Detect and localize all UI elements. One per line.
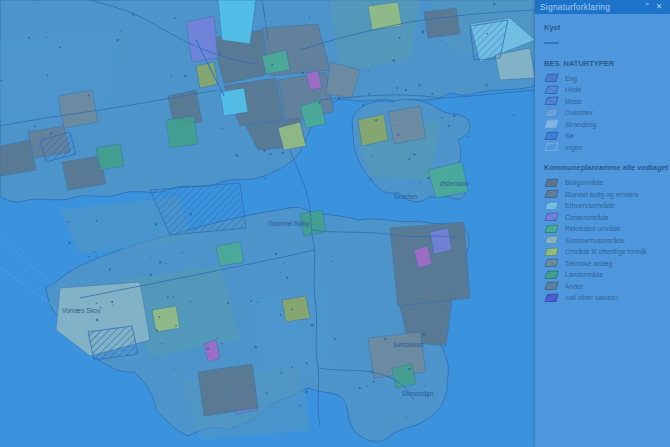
polygon-swatch-icon [544, 235, 560, 245]
legend-item-label: Blandet bolig og erhverv [565, 191, 638, 198]
legend-item: Strandeng [544, 119, 670, 131]
polygon-swatch-icon [544, 85, 560, 95]
chevron-up-icon[interactable]: ⌃ [641, 0, 653, 14]
legend-item-label: Landområde [565, 271, 603, 278]
line-swatch-icon [544, 38, 560, 48]
legend-item-label: Område til offentlige formål [565, 248, 646, 255]
legend-panel-header: Signaturforklaring ⌃ ✕ [535, 0, 670, 14]
legend-item-label: Strandeng [565, 121, 596, 128]
polygon-swatch-icon [544, 189, 560, 199]
polygon-swatch-icon [544, 270, 560, 280]
legend-item: Boligområde [544, 177, 670, 189]
legend-item: Hede [544, 84, 670, 96]
map-place-label: Grasten [394, 193, 418, 200]
legend-sections: KystBES_NATURTYPEREngHedeMoseOverdrevStr… [535, 14, 670, 304]
legend-panel: Signaturforklaring ⌃ ✕ KystBES_NATURTYPE… [535, 0, 670, 447]
map-place-label: Vornæs Skov [62, 307, 101, 314]
close-icon[interactable]: ✕ [653, 0, 665, 14]
polygon-swatch-icon [544, 142, 560, 152]
legend-item-label: Tekniske anlæg [565, 260, 612, 267]
legend-item-label: Overdrev [565, 109, 593, 116]
legend-item: Område til offentlige formål [544, 246, 670, 258]
polygon-swatch-icon [544, 293, 560, 303]
polygon-swatch-icon [544, 131, 560, 141]
legend-item: Centerområde [544, 212, 670, 224]
legend-item-label: Hede [565, 86, 581, 93]
legend-item: Mose [544, 96, 670, 108]
map-place-label: Østerskov [440, 180, 470, 187]
legend-item: Rekreativt område [544, 223, 670, 235]
legend-item-label: Boligområde [565, 179, 603, 186]
legend-item: Blandet bolig og erhverv [544, 189, 670, 201]
polygon-swatch-icon [544, 212, 560, 222]
legend-item: Landområde [544, 269, 670, 281]
legend-item: Andet [544, 281, 670, 293]
legend-item-label: <all other values> [565, 294, 619, 301]
map-svg: GrastenØsterskovGammel NybyVornæs SkovSø… [0, 0, 535, 447]
legend-item-label: Sø [565, 132, 574, 139]
map-place-label: Stenodden [402, 390, 434, 397]
map-application: GrastenØsterskovGammel NybyVornæs SkovSø… [0, 0, 670, 447]
legend-item: <all other values> [544, 292, 670, 304]
legend-item-label: Erhvervsområde [565, 202, 615, 209]
polygon-swatch-icon [544, 178, 560, 188]
legend-item-label: Rekreativt område [565, 225, 621, 232]
polygon-swatch-icon [544, 201, 560, 211]
map-place-label: Søstakken [393, 341, 424, 348]
legend-item: Sø [544, 130, 670, 142]
legend-item: Sommerhusområde [544, 235, 670, 247]
legend-section-heading: BES_NATURTYPER [544, 59, 670, 68]
polygon-swatch-icon [544, 281, 560, 291]
legend-item: Tekniske anlæg [544, 258, 670, 270]
legend-item: Overdrev [544, 107, 670, 119]
map-place-label: Gammel Nyby [268, 220, 310, 228]
legend-item: Ingen [544, 142, 670, 154]
legend-panel-title: Signaturforklaring [540, 2, 641, 12]
legend-item: Erhvervsområde [544, 200, 670, 212]
legend-section-heading: Kommuneplanramme alle vedtaget [544, 163, 670, 172]
legend-item: Eng [544, 73, 670, 85]
polygon-swatch-icon [544, 73, 560, 83]
polygon-swatch-icon [544, 108, 560, 118]
legend-item [544, 37, 670, 49]
legend-item-label: Andet [565, 283, 583, 290]
legend-item-label: Eng [565, 75, 577, 82]
polygon-swatch-icon [544, 258, 560, 268]
legend-item-label: Mose [565, 98, 582, 105]
polygon-swatch-icon [544, 96, 560, 106]
map-canvas[interactable]: GrastenØsterskovGammel NybyVornæs SkovSø… [0, 0, 535, 447]
legend-item-label: Sommerhusområde [565, 237, 625, 244]
polygon-swatch-icon [544, 224, 560, 234]
polygon-swatch-icon [544, 119, 560, 129]
polygon-swatch-icon [544, 247, 560, 257]
legend-item-label: Ingen [565, 144, 582, 151]
legend-section-heading: Kyst [544, 23, 670, 32]
legend-item-label: Centerområde [565, 214, 608, 221]
